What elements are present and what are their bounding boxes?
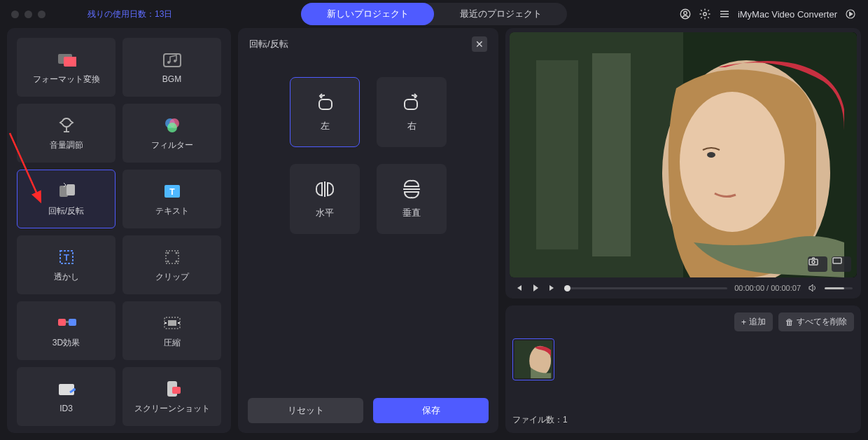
flip-horizontal-icon (312, 179, 337, 200)
add-file-button[interactable]: +追加 (734, 312, 773, 331)
tool-label: 3D効果 (52, 337, 80, 349)
svg-rect-36 (405, 99, 417, 109)
tool-id3[interactable]: ID3 (17, 367, 115, 426)
tool-rotate-flip[interactable]: 回転/反転 (17, 170, 115, 228)
tool-text[interactable]: T テキスト (122, 170, 221, 228)
option-rotate-left[interactable]: 左 (290, 77, 360, 147)
option-flip-vertical[interactable]: 垂直 (377, 164, 447, 234)
menu-icon[interactable] (718, 8, 731, 20)
flip-vertical-icon (399, 179, 424, 200)
svg-point-47 (812, 261, 815, 263)
trash-icon: 🗑 (785, 317, 794, 327)
tools-sidebar: フォーマット変換 BGM 音量調節 フィルター 回転/反転 T テキスト T 透… (7, 28, 231, 433)
volume-button[interactable] (808, 283, 818, 293)
bgm-icon (162, 50, 182, 70)
close-panel-button[interactable]: ✕ (472, 36, 487, 52)
rotate-right-icon (399, 92, 424, 113)
window-controls (11, 11, 46, 18)
tab-new-project[interactable]: 新しいプロジェクト (301, 3, 434, 25)
tool-compress[interactable]: 圧縮 (122, 301, 221, 360)
file-count-label: ファイル数：1 (512, 408, 854, 426)
prev-frame-button[interactable] (514, 283, 524, 293)
tool-label: BGM (162, 74, 181, 84)
svg-rect-16 (66, 184, 75, 195)
option-label: 右 (407, 120, 416, 132)
svg-point-24 (167, 260, 169, 262)
compress-icon (162, 313, 182, 333)
option-label: 垂直 (402, 207, 421, 219)
volume-slider[interactable] (825, 287, 853, 289)
rotate-flip-panel: 回転/反転 ✕ 左 右 水平 垂直 リセット 保存 (238, 28, 498, 433)
tool-clip[interactable]: クリップ (122, 235, 221, 294)
svg-point-1 (684, 11, 687, 15)
glasses-3d-icon (57, 313, 76, 333)
svg-point-23 (175, 252, 177, 254)
option-label: 左 (321, 120, 330, 132)
preview-panel: 00:00:00 / 00:00:07 (505, 28, 861, 298)
video-preview[interactable] (510, 32, 857, 277)
chip-label: 追加 (749, 316, 766, 328)
close-window-icon[interactable] (11, 11, 19, 18)
plus-icon: + (741, 317, 746, 327)
tool-volume[interactable]: 音量調節 (17, 104, 115, 163)
delete-all-button[interactable]: 🗑すべてを削除 (778, 312, 854, 331)
id3-icon (57, 380, 76, 399)
play-button[interactable] (531, 283, 540, 293)
settings-icon[interactable] (699, 8, 711, 20)
save-button[interactable]: 保存 (373, 398, 489, 423)
option-label: 水平 (316, 207, 334, 219)
snapshot-button[interactable] (808, 256, 827, 272)
svg-text:T: T (169, 187, 175, 197)
tool-format-convert[interactable]: フォーマット変換 (17, 38, 115, 97)
option-rotate-right[interactable]: 右 (377, 77, 447, 147)
watermark-icon: T (57, 247, 76, 267)
files-panel: +追加 🗑すべてを削除 ファイル数：1 (505, 305, 861, 433)
clip-icon (162, 247, 182, 267)
svg-rect-31 (59, 384, 74, 395)
option-flip-horizontal[interactable]: 水平 (290, 164, 360, 234)
maximize-window-icon[interactable] (38, 11, 46, 18)
svg-rect-28 (66, 321, 69, 323)
rotate-left-icon (312, 92, 337, 113)
screenshot-icon (162, 379, 182, 399)
account-icon[interactable] (679, 8, 692, 20)
tool-label: クリップ (155, 271, 189, 283)
tool-filter[interactable]: フィルター (122, 104, 221, 163)
file-thumbnail[interactable] (512, 338, 554, 380)
chip-label: すべてを削除 (797, 316, 847, 328)
reset-button[interactable]: リセット (248, 398, 363, 423)
svg-point-14 (167, 123, 177, 132)
svg-rect-30 (168, 320, 176, 326)
volume-icon (57, 116, 76, 135)
svg-point-44 (680, 92, 785, 232)
svg-point-22 (167, 252, 169, 254)
svg-point-25 (175, 260, 177, 262)
seek-bar[interactable] (564, 287, 727, 289)
next-frame-button[interactable] (547, 283, 557, 293)
project-tabs: 新しいプロジェクト 最近のプロジェクト (301, 3, 567, 25)
svg-rect-6 (64, 57, 76, 67)
svg-rect-34 (172, 387, 181, 394)
svg-point-2 (704, 13, 707, 16)
svg-rect-27 (69, 319, 76, 326)
svg-point-32 (73, 388, 76, 391)
fullscreen-button[interactable] (832, 256, 851, 272)
filter-icon (162, 116, 182, 135)
tool-label: 圧縮 (164, 337, 181, 349)
app-badge-icon (844, 8, 857, 20)
tab-recent-projects[interactable]: 最近のプロジェクト (434, 3, 567, 25)
rotate-flip-icon (57, 181, 76, 201)
minimize-window-icon[interactable] (24, 11, 32, 18)
tool-screenshot[interactable]: スクリーンショット (122, 367, 221, 426)
header-right: iMyMac Video Converter (679, 8, 857, 20)
tool-label: テキスト (155, 205, 189, 217)
app-header: 残りの使用日数：13日 新しいプロジェクト 最近のプロジェクト iMyMac V… (0, 0, 868, 28)
svg-rect-46 (809, 259, 818, 265)
svg-rect-41 (536, 60, 578, 249)
tool-watermark[interactable]: T 透かし (17, 235, 115, 294)
svg-rect-48 (833, 258, 841, 263)
tool-label: フィルター (151, 139, 193, 151)
tool-3d-effect[interactable]: 3D効果 (17, 301, 115, 360)
tool-label: 回転/反転 (48, 205, 84, 217)
tool-bgm[interactable]: BGM (122, 38, 221, 97)
